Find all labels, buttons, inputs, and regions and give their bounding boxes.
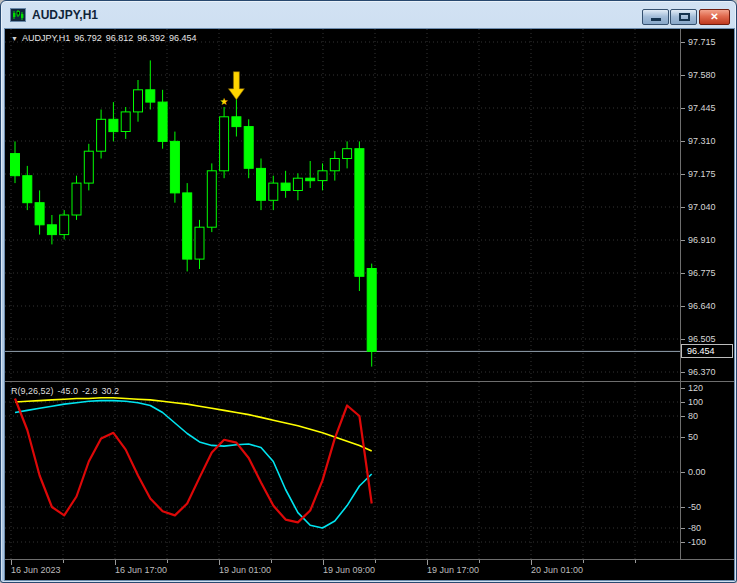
candle-body [146,90,155,102]
price-tick [681,141,685,142]
price-scale-label: 97.580 [688,70,716,80]
candle-body [183,193,192,259]
indicator-scale-label: 50 [688,432,698,442]
time-tick [63,560,64,563]
candle-body [84,151,93,183]
open-value: 96.792 [74,33,102,43]
candle-body [355,149,364,277]
indicator-value-yellow: 30.2 [102,386,120,396]
close-value: 96.454 [169,33,197,43]
time-tick [583,560,584,563]
indicator-tick [681,507,685,508]
price-tick [681,273,685,274]
indicator-tick [681,472,685,473]
indicator-scale-label: 80 [688,411,698,421]
price-scale-label: 97.715 [688,37,716,47]
symbol-period-label: AUDJPY,H1 [22,33,70,43]
price-scale-label: 97.310 [688,136,716,146]
close-button[interactable]: ✕ [699,9,730,25]
candle-body [281,183,290,190]
time-axis-label: 19 Jun 01:00 [219,565,271,575]
minimize-button[interactable] [642,9,669,25]
time-axis-label: 19 Jun 09:00 [323,565,375,575]
indicator-header: R(9,26,52)-45.0-2.830.2 [11,386,123,396]
indicator-value-red: -45.0 [58,386,79,396]
candle-body [47,225,56,235]
indicator-tick [681,416,685,417]
ohlc-header: ▼AUDJPY,H196.79296.81296.39296.454 [11,33,200,43]
star-annotation: ★ [220,96,229,107]
indicator-tick [681,528,685,529]
candle-body [23,176,32,203]
price-scale-label: 97.040 [688,202,716,212]
price-scale[interactable]: 97.71597.58097.44597.31097.17597.04096.9… [681,29,734,381]
indicator-tick [681,437,685,438]
indicator-value-cyan: -2.8 [82,386,98,396]
window-titlebar[interactable]: AUDJPY,H1 ✕ [1,1,736,29]
indicator-scale-label: -50 [688,502,701,512]
candle-body [207,171,216,227]
indicator-panel-plot[interactable] [5,382,680,559]
sell-arrow-annotation [228,72,244,100]
candle-body [121,112,130,132]
price-scale-label: 97.175 [688,169,716,179]
indicator-tick [681,402,685,403]
price-tick [681,339,685,340]
price-tick [681,207,685,208]
time-axis-label: 20 Jun 01:00 [531,565,583,575]
candle-body [232,117,241,127]
price-tick [681,75,685,76]
candle-body [343,149,352,159]
candle-body [97,119,106,151]
candle-body [306,178,315,181]
chart-window-icon [10,8,26,22]
candle-body [269,183,278,200]
minimize-icon [651,18,661,21]
indicator-tick [681,388,685,389]
time-tick [479,560,480,563]
price-tick [681,306,685,307]
maximize-icon [679,13,690,21]
price-tick [681,108,685,109]
indicator-tick [681,542,685,543]
time-tick [375,560,376,563]
indicator-scale[interactable]: 12010080500.00-50-80-100 [681,382,734,559]
candle-body [35,203,44,225]
candle-body [60,215,69,235]
candle-body [318,171,327,181]
maximize-button[interactable] [670,9,697,25]
indicator-scale-label: 100 [688,397,703,407]
candle-body [257,168,266,200]
chart-client-area: ★ ▼AUDJPY,H196.79296.81296.39296.454 R(9… [5,29,734,580]
current-price-box: 96.454 [681,344,733,358]
time-tick [635,560,636,563]
price-chart-plot[interactable]: ★ [5,29,680,381]
window-title: AUDJPY,H1 [32,8,98,22]
time-axis-label: 16 Jun 2023 [11,565,61,575]
price-scale-label: 96.775 [688,268,716,278]
candle-body [195,227,204,259]
price-scale-label: 97.445 [688,103,716,113]
time-tick [271,560,272,563]
chevron-down-icon[interactable]: ▼ [11,35,18,42]
candle-body [244,127,253,169]
candle-body [109,119,118,131]
candle-body [134,90,143,112]
time-axis-label: 16 Jun 17:00 [115,565,167,575]
mt4-chart-window: AUDJPY,H1 ✕ ★ ▼AUDJPY,H196.79296.81296.3… [0,0,737,583]
indicator-line-red [15,399,372,523]
price-tick [681,372,685,373]
candle-body [72,183,81,215]
time-axis[interactable]: 16 Jun 202316 Jun 17:0019 Jun 01:0019 Ju… [5,560,734,580]
indicator-scale-label: 120 [688,383,703,393]
candle-body [330,159,339,171]
indicator-scale-label: -100 [688,537,706,547]
price-tick [681,240,685,241]
candle-body [220,117,229,171]
price-scale-label: 96.505 [688,334,716,344]
candle-body [293,178,302,190]
time-tick [167,560,168,563]
high-value: 96.812 [106,33,134,43]
indicator-scale-label: -80 [688,523,701,533]
main-indicator-divider[interactable] [5,381,734,382]
